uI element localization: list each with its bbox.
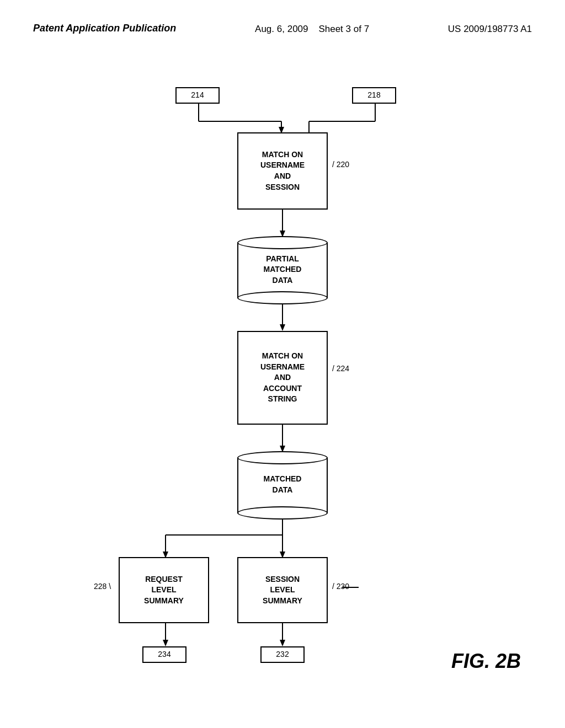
- diagram: 214 218 MATCH ONUSERNAMEANDSESSION / 220…: [0, 83, 565, 728]
- header-left: Patent Application Publication: [33, 22, 176, 35]
- fig-label: FIG. 2B: [451, 650, 521, 673]
- ref-box-218: 218: [352, 87, 396, 104]
- box-230: SESSIONLEVELSUMMARY: [237, 557, 328, 623]
- ref-box-214: 214: [175, 87, 220, 104]
- ref-box-234: 234: [142, 646, 186, 663]
- ref-234-label: 234: [158, 649, 170, 660]
- box-228: REQUESTLEVELSUMMARY: [119, 557, 209, 623]
- publication-title: Patent Application Publication: [33, 23, 176, 34]
- box-230-text: SESSIONLEVELSUMMARY: [263, 574, 302, 607]
- header-center: Aug. 6, 2009 Sheet 3 of 7: [255, 22, 369, 36]
- ref-218-label: 218: [367, 90, 380, 101]
- svg-marker-22: [280, 640, 285, 646]
- cylinder-222-body: PARTIALMATCHEDDATA: [237, 243, 328, 298]
- svg-marker-20: [163, 640, 168, 646]
- header-right: US 2009/198773 A1: [448, 22, 532, 36]
- ref-220: / 220: [332, 160, 349, 169]
- ref-224: / 224: [332, 364, 349, 373]
- box-228-text: REQUESTLEVELSUMMARY: [144, 574, 184, 607]
- ref-228: 228 \: [94, 582, 111, 591]
- cylinder-222-bottom: [237, 291, 328, 304]
- page: Patent Application Publication Aug. 6, 2…: [0, 0, 565, 728]
- box-220: MATCH ONUSERNAMEANDSESSION: [237, 132, 328, 210]
- ref-214-label: 214: [191, 90, 204, 101]
- box-220-text: MATCH ONUSERNAMEANDSESSION: [260, 149, 305, 192]
- ref-232-label: 232: [276, 649, 289, 660]
- ref-box-232: 232: [260, 646, 305, 663]
- cylinder-222-top: [237, 236, 328, 249]
- sheet-info: Sheet 3 of 7: [318, 24, 369, 34]
- header: Patent Application Publication Aug. 6, 2…: [0, 22, 565, 36]
- ref-230: / 230: [332, 582, 349, 591]
- cylinder-226-top: [237, 451, 328, 464]
- box-224: MATCH ONUSERNAMEANDACCOUNTSTRING: [237, 331, 328, 425]
- box-224-text: MATCH ONUSERNAMEANDACCOUNTSTRING: [260, 351, 305, 405]
- patent-number: US 2009/198773 A1: [448, 24, 532, 34]
- cylinder-226-body: MATCHEDDATA: [237, 458, 328, 513]
- cylinder-226-bottom: [237, 506, 328, 520]
- publication-date: Aug. 6, 2009: [255, 24, 308, 34]
- svg-marker-10: [280, 324, 285, 331]
